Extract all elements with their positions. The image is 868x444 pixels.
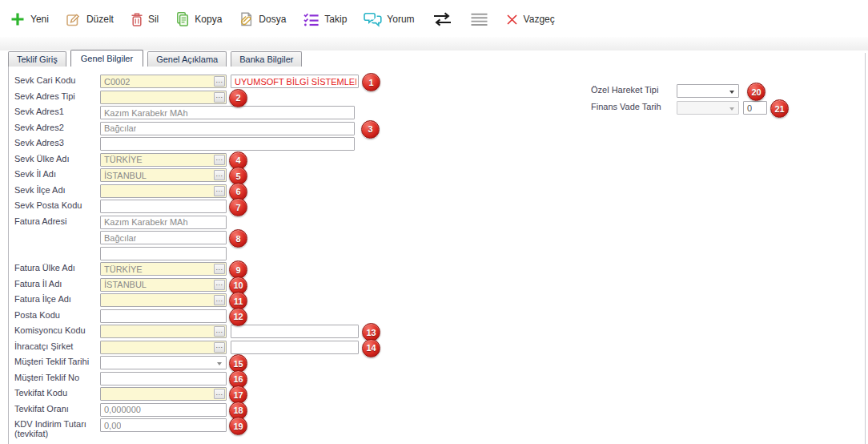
form-row-fatura-adresi-3 [14, 247, 380, 263]
tab-genel-bilgiler[interactable]: Genel Bilgiler [70, 50, 143, 67]
form-row-fatura-ulke-adi: Fatura Ülke AdıTÜRKİYE...9 [14, 262, 380, 278]
form-row-sevk-ulke-adi: Sevk Ülke AdıTÜRKİYE...4 [14, 153, 380, 169]
toolbar-button-yorum[interactable]: Yorum [364, 12, 414, 27]
ozel-hareket-tipi-select[interactable] [677, 84, 739, 98]
form-row-sevk-posta-kodu: Sevk Posta Kodu7 [14, 200, 380, 216]
field-label: Sevk Adres2 [14, 122, 100, 133]
attachment-file-icon [239, 11, 254, 27]
fatura-il-adi-value: İSTANBUL [104, 280, 147, 289]
sevk-cari-kodu-value: C0002 [104, 77, 130, 87]
tab-genel-aciklama[interactable]: Genel Açıklama [147, 51, 227, 67]
sevk-ulke-adi-lookup-button[interactable]: ... [214, 155, 225, 165]
toolbar: YeniDüzeltSilKopyaDosyaTakipYorumVazgeç [10, 6, 555, 32]
sevk-adres2-field[interactable]: Bağcılar [100, 122, 355, 135]
sevk-cari-kodu-lookup-button[interactable]: ... [214, 76, 225, 87]
fatura-ilce-adi-field[interactable]: ... [100, 293, 227, 307]
edit-pencil-icon [66, 12, 82, 27]
fatura-ulke-adi-lookup-button[interactable]: ... [214, 264, 225, 274]
sevk-adres-tipi-field[interactable]: ... [100, 91, 227, 104]
kdv-indirim-tutari-value: 0,00 [104, 421, 121, 430]
sevk-ilce-adi-lookup-button[interactable]: ... [214, 186, 225, 196]
sevk-adres3-field[interactable] [100, 137, 355, 151]
form-row-sevk-adres1: Sevk Adres1Kazım Karabekr MAh [14, 106, 380, 122]
field-label: Sevk Adres Tipi [14, 91, 100, 102]
form-row-ozel-hareket-tipi: Özel Hareket Tipi20 [591, 84, 789, 101]
field-label: Müşteri Teklif Tarihi [14, 356, 100, 367]
comments-icon [364, 12, 382, 27]
toolbar-button-sil[interactable]: Sil [131, 12, 159, 27]
tevkifat-kodu-lookup-button[interactable]: ... [214, 389, 225, 399]
toolbar-button-dosya[interactable]: Dosya [239, 11, 286, 27]
content-panel-right-border [865, 53, 866, 444]
field-label: Finans Vade Tarih [591, 101, 677, 112]
form-row-sevk-ilce-adi: Sevk İlçe Adı...6 [14, 184, 380, 200]
form-row-sevk-il-adi: Sevk İl AdıİSTANBUL...5 [14, 168, 380, 184]
fatura-ulke-adi-field[interactable]: TÜRKİYE... [100, 262, 227, 276]
form-row-musteri-teklif-no: Müşteri Teklif No16 [14, 372, 380, 388]
toolbar-button-takip[interactable]: Takip [303, 12, 347, 26]
musteri-teklif-tarihi-field[interactable] [100, 356, 227, 369]
finans-vade-tarih-number-field[interactable]: 0 [743, 101, 767, 115]
plus-icon [10, 11, 26, 27]
annotation-badge-20: 20 [747, 83, 766, 101]
toolbar-button-vazgec[interactable]: Vazgeç [505, 13, 555, 26]
tevkifat-kodu-field[interactable]: ... [100, 387, 227, 401]
form-row-fatura-ilce-adi: Fatura İlçe Adı...11 [14, 293, 380, 309]
toolbar-button-kopya[interactable]: Kopya [175, 11, 222, 27]
toolbar-button-label: Sil [148, 14, 159, 25]
fatura-adresi-1-field[interactable]: Kazım Karabekr MAh [100, 216, 227, 229]
tab-banka-bilgiler[interactable]: Banka Bilgiler [231, 51, 302, 67]
musteri-teklif-no-field[interactable] [100, 372, 227, 385]
fatura-adresi-2-value: Bağcılar [104, 233, 136, 243]
sevk-cari-kodu-desc-field[interactable]: UYUMSOFT BİLGİ SİSTEMLEI [231, 75, 359, 88]
fatura-il-adi-lookup-button[interactable]: ... [214, 280, 225, 290]
field-label: Özel Hareket Tipi [591, 84, 677, 95]
toolbar-button-yeni[interactable]: Yeni [10, 11, 49, 27]
tevkifat-orani-field[interactable]: 0,000000 [100, 403, 227, 417]
form-row-sevk-adres-tipi: Sevk Adres Tipi...2 [14, 91, 380, 107]
toolbar-button-label: Düzelt [86, 14, 114, 25]
fatura-ilce-adi-lookup-button[interactable]: ... [214, 295, 225, 305]
fatura-adresi-2-field[interactable]: Bağcılar [100, 231, 227, 244]
komisyoncu-kodu-field[interactable]: ... [100, 325, 227, 338]
ihracatci-sirket-field[interactable]: ... [100, 341, 227, 354]
finans-vade-tarih-select[interactable] [677, 101, 739, 115]
fatura-adresi-3-field[interactable] [100, 247, 227, 260]
komisyoncu-kodu-lookup-button[interactable]: ... [214, 326, 225, 337]
komisyoncu-kodu-desc-field[interactable] [231, 325, 359, 338]
field-label [14, 247, 100, 248]
field-label [14, 231, 100, 232]
sevk-adres-tipi-lookup-button[interactable]: ... [214, 92, 225, 103]
ihracatci-sirket-desc-field[interactable] [231, 341, 359, 354]
field-label: Sevk Posta Kodu [14, 200, 100, 211]
field-label: Sevk Adres1 [14, 106, 100, 117]
field-label: Sevk Cari Kodu [14, 75, 100, 86]
toolbar-button-transfer[interactable] [432, 12, 453, 26]
sevk-ulke-adi-field[interactable]: TÜRKİYE... [100, 153, 227, 167]
sevk-ilce-adi-field[interactable]: ... [100, 184, 227, 198]
sevk-il-adi-field[interactable]: İSTANBUL... [100, 168, 227, 182]
general-info-form: Sevk Cari KoduC0002...UYUMSOFT BİLGİ SİS… [14, 75, 380, 434]
field-label: Komisyoncu Kodu [14, 325, 100, 336]
form-row-sevk-cari-kodu: Sevk Cari KoduC0002...UYUMSOFT BİLGİ SİS… [14, 75, 380, 91]
tab-teklif-giris[interactable]: Teklif Giriş [8, 51, 66, 67]
field-label: Tevkifat Oranı [14, 403, 100, 414]
sevk-posta-kodu-field[interactable] [100, 200, 227, 213]
toolbar-button-duzelt[interactable]: Düzelt [66, 12, 114, 27]
field-label: Fatura İlçe Adı [14, 293, 100, 305]
ihracatci-sirket-lookup-button[interactable]: ... [214, 342, 225, 353]
posta-kodu-field[interactable] [100, 309, 227, 323]
form-row-posta-kodu: Posta Kodu12 [14, 309, 380, 325]
fatura-il-adi-field[interactable]: İSTANBUL... [100, 278, 227, 292]
toolbar-button-menu[interactable] [470, 13, 488, 26]
form-row-fatura-il-adi: Fatura İl AdıİSTANBUL...10 [14, 278, 380, 294]
sevk-il-adi-lookup-button[interactable]: ... [214, 170, 225, 180]
sevk-adres1-field[interactable]: Kazım Karabekr MAh [100, 106, 355, 119]
sevk-cari-kodu-field[interactable]: C0002... [100, 75, 227, 88]
annotation-badge-8: 8 [229, 229, 247, 248]
right-side-form: Özel Hareket Tipi20Finans Vade Tarih021 [591, 84, 789, 118]
field-label: Müşteri Teklif No [14, 372, 100, 383]
form-row-komisyoncu-kodu: Komisyoncu Kodu...13 [14, 325, 380, 341]
kdv-indirim-tutari-field[interactable]: 0,00 [100, 418, 227, 432]
sevk-adres1-value: Kazım Karabekr MAh [104, 108, 188, 118]
